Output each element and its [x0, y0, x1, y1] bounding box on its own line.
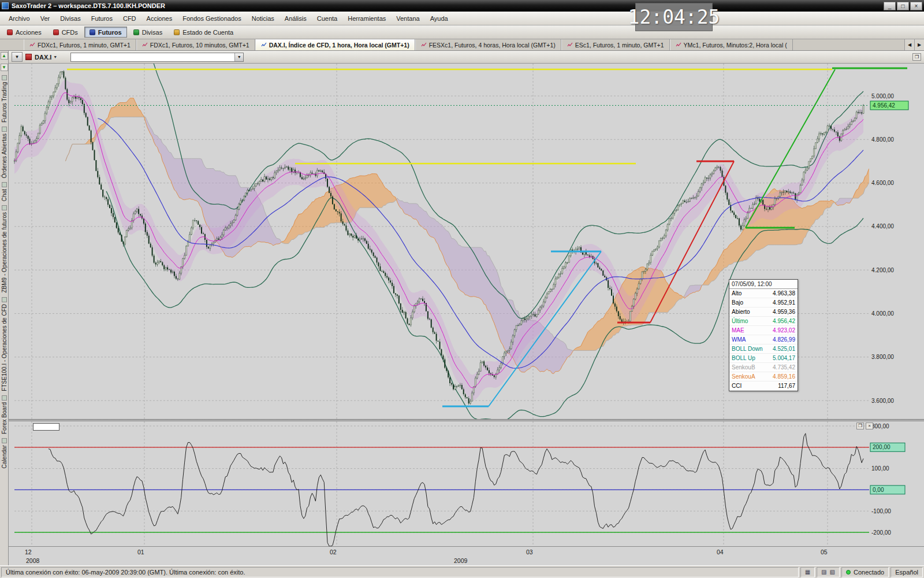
toolbar-button-futuros[interactable]: Futuros: [84, 27, 127, 38]
svg-text:4.800,00: 4.800,00: [871, 136, 894, 143]
futuros-icon: [90, 29, 95, 35]
connection-label: Conectado: [854, 569, 884, 576]
menu-acciones[interactable]: Acciones: [141, 13, 178, 24]
menu-futuros[interactable]: Futuros: [86, 13, 118, 24]
chart-tab-label: FESXc1, Futuros, 4 horas, Hora local (GM…: [429, 42, 556, 49]
sidebar-item-ftse100-operaciones[interactable]: FTSE100.I - Operaciones de CFD: [1, 297, 8, 391]
svg-text:0,00: 0,00: [873, 487, 884, 493]
symbol-selector[interactable]: DAX.I ▼: [35, 54, 57, 61]
toolbar-button-estado-de-cuenta[interactable]: Estado de Cuenta: [169, 27, 239, 38]
data-window-row: CCI117,67: [729, 381, 798, 391]
toolbar-button-divisas[interactable]: Divisas: [128, 27, 167, 38]
svg-text:3.800,00: 3.800,00: [871, 354, 894, 360]
menu-ver[interactable]: Ver: [35, 13, 55, 24]
status-bar: Última conexión con éxito: 06-may-2009 2…: [0, 565, 924, 578]
tab-scroll-left-icon[interactable]: ◀: [904, 39, 914, 50]
panel-icon: [2, 395, 7, 401]
maximize-button[interactable]: □: [897, 2, 909, 10]
menu-divisas[interactable]: Divisas: [55, 13, 85, 24]
instrument-icon: [25, 54, 32, 60]
chart-tab-daxi-1hora-active[interactable]: DAX.I, Índice de CFD, 1 hora, Hora local…: [255, 39, 415, 50]
data-window-row: SenkouB4.735,42: [729, 363, 798, 372]
cci-chart[interactable]: 300,00200,00100,000,00-100,00-200,00200,…: [9, 421, 924, 546]
sidebar-item-label: Calendar: [1, 445, 8, 469]
data-window-row: WMA4.826,99: [729, 335, 798, 344]
sidebar-item-calendar[interactable]: Calendar: [1, 438, 8, 469]
sidebar-item-chat[interactable]: Chat: [1, 182, 8, 201]
sidebar-item-futuros-trading[interactable]: Futuros Trading: [1, 75, 8, 123]
chart-icon: [676, 42, 681, 47]
chart-tab-fdxc1-10min[interactable]: FDXc1, Futuros, 10 minutos, GMT+1: [136, 39, 255, 50]
menu-ventana[interactable]: Ventana: [391, 13, 424, 24]
panel-icon: [2, 297, 7, 302]
sidebar-item-ordenes-abiertas[interactable]: Órdenes Abiertas: [1, 127, 8, 178]
cci-close-icon[interactable]: ×: [866, 423, 873, 429]
data-window-row: Abierto4.959,36: [729, 307, 798, 317]
chart-tab-fdxc1-1min[interactable]: FDXc1, Futuros, 1 minuto, GMT+1: [24, 39, 136, 50]
data-window-row: Alto4.963,38: [729, 289, 798, 298]
sidebar-item-zbm9-operaciones[interactable]: ZBM9 - Operaciones de futuros: [1, 205, 8, 293]
dock-arrow-down-icon[interactable]: ▼: [1, 64, 8, 71]
chevron-down-icon: ▼: [53, 55, 57, 59]
symbol-label: DAX.I: [35, 54, 51, 61]
combo-dropdown-icon[interactable]: ▼: [234, 53, 243, 61]
toolbar-button-label: Futuros: [98, 29, 122, 36]
data-window-row: SenkouA4.859,16: [729, 372, 798, 381]
tab-scroll-buttons: ◀ ▶: [904, 39, 924, 50]
panel-icon: [2, 182, 7, 187]
chart-tab-esc1-1min[interactable]: ESc1, Futuros, 1 minuto, GMT+1: [561, 39, 670, 50]
cci-indicator-area[interactable]: 300,00200,00100,000,00-100,00-200,00200,…: [9, 421, 924, 546]
month-label: 12: [25, 549, 32, 555]
toolbar-button-cfds[interactable]: CFDs: [48, 27, 83, 38]
chart-menu-dropdown-icon[interactable]: ▼: [12, 52, 23, 62]
panel-maximize-icon[interactable]: ❒: [912, 53, 921, 61]
toolbar-button-label: CFDs: [62, 29, 78, 36]
instrument-search-combo[interactable]: ▼: [70, 53, 244, 62]
menu-archivo[interactable]: Archivo: [3, 13, 35, 24]
menu-fondos-gestionados[interactable]: Fondos Gestionados: [177, 13, 247, 24]
toolbar-button-label: Acciones: [16, 29, 42, 36]
chart-tab-label: DAX.I, Índice de CFD, 1 hora, Hora local…: [269, 42, 409, 49]
status-network-cell[interactable]: ▨ ▧: [817, 567, 840, 577]
sidebar-item-forex-board[interactable]: Forex Board: [1, 395, 8, 434]
menu-cfd[interactable]: CFD: [118, 13, 141, 24]
svg-text:100,00: 100,00: [871, 465, 889, 472]
close-button[interactable]: ×: [910, 2, 922, 10]
sidebar-item-label: Futuros Trading: [1, 82, 8, 123]
month-label: 03: [526, 549, 533, 555]
menu-cuenta[interactable]: Cuenta: [312, 13, 342, 24]
tab-scroll-right-icon[interactable]: ▶: [914, 39, 924, 50]
month-label: 04: [717, 549, 724, 555]
keyboard-layout-icon: ▦: [805, 569, 810, 575]
dock-arrow-up-icon[interactable]: ▲: [1, 52, 8, 60]
menu-ayuda[interactable]: Ayuda: [425, 13, 453, 24]
svg-text:4.200,00: 4.200,00: [871, 267, 894, 273]
chart-tab-label: ESc1, Futuros, 1 minuto, GMT+1: [575, 42, 664, 49]
estado-cuenta-icon: [174, 29, 180, 35]
chart-icon: [421, 42, 427, 47]
year-label: 2008: [26, 557, 39, 564]
clock-time: 12:04:25: [628, 6, 720, 28]
svg-text:-100,00: -100,00: [871, 508, 891, 514]
sidebar-item-label: Órdenes Abiertas: [1, 134, 8, 178]
toolbar-button-acciones[interactable]: Acciones: [2, 27, 47, 38]
chart-tab-fesxc1-4horas[interactable]: FESXc1, Futuros, 4 horas, Hora local (GM…: [415, 39, 561, 50]
price-chart-area[interactable]: 4.956,425.000,004.800,004.600,004.400,00…: [9, 64, 924, 419]
svg-text:4.000,00: 4.000,00: [871, 310, 894, 317]
time-axis[interactable]: 12010203040520082009: [9, 546, 924, 565]
cci-restore-icon[interactable]: ❒: [856, 423, 864, 429]
menu-noticias[interactable]: Noticias: [247, 13, 280, 24]
menu-herramientas[interactable]: Herramientas: [342, 13, 391, 24]
menu-analisis[interactable]: Análisis: [280, 13, 312, 24]
chart-tab-label: FDXc1, Futuros, 10 minutos, GMT+1: [150, 42, 249, 49]
chart-icon: [261, 42, 267, 47]
panel-icon: [2, 75, 7, 80]
minimize-button[interactable]: _: [884, 2, 896, 10]
chart-tab-ymc1-minutos2[interactable]: YMc1, Futuros, Minutos:2, Hora local (: [670, 39, 793, 50]
language-selector[interactable]: Español: [891, 567, 923, 577]
data-window-row: Último4.956,42: [729, 317, 798, 326]
svg-text:200,00: 200,00: [873, 444, 891, 450]
status-layout-cell[interactable]: ▦: [800, 567, 815, 577]
panel-icon: [2, 438, 7, 443]
data-window[interactable]: 07/05/09, 12:00 Alto4.963,38Bajo4.952,91…: [729, 279, 798, 391]
